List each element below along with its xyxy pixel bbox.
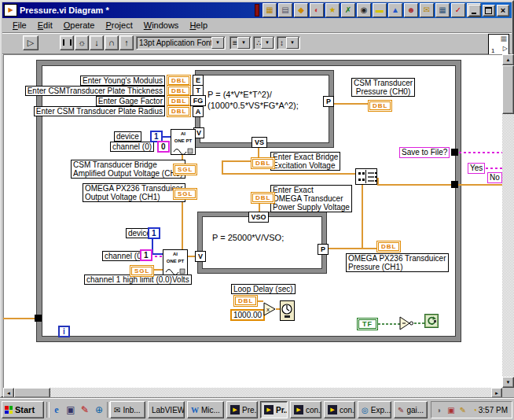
loop-condition-terminal[interactable] bbox=[424, 314, 439, 328]
label-omega-supply[interactable]: Enter ExactOMEGA TransducerPower Supply … bbox=[270, 185, 352, 212]
office-shortcut-icon[interactable]: ✗ bbox=[341, 3, 355, 17]
terminal-FG[interactable]: FG bbox=[190, 95, 206, 106]
terminal-VSO[interactable]: VSO bbox=[248, 212, 269, 223]
label-channel-0a[interactable]: channel (0) bbox=[110, 142, 154, 152]
label-yes[interactable]: Yes bbox=[468, 163, 485, 174]
label-omega-output[interactable]: OMEGA PX236 TransduicerOutput Voltage (C… bbox=[83, 183, 185, 202]
terminal-VS[interactable]: VS bbox=[251, 137, 267, 148]
label-enter-plate-radius[interactable]: Enter CSM Transducer Plate Radius bbox=[34, 106, 165, 116]
office-shortcut-icon[interactable]: ✓ bbox=[451, 3, 465, 17]
office-shortcut-icon[interactable]: ▦ bbox=[263, 3, 277, 17]
office-shortcut-icon[interactable]: ◉ bbox=[357, 3, 371, 17]
step-into-button[interactable]: ↓ bbox=[90, 35, 104, 50]
taskbar-clock[interactable]: 3:57 PM bbox=[479, 406, 508, 414]
label-device-1[interactable]: device bbox=[114, 131, 141, 142]
dbl-terminal-supply[interactable]: DBL bbox=[251, 192, 275, 204]
block-diagram-canvas[interactable]: P = (4*V*E*T^2)/ (1000*0.5*VS*FG*A^2); P… bbox=[3, 54, 502, 388]
menu-project[interactable]: Project bbox=[100, 20, 138, 31]
task-pressure-panel[interactable]: ▶Pre... bbox=[226, 401, 258, 418]
dbl-indicator-omega-pressure[interactable]: DBL bbox=[376, 241, 401, 252]
distribute-objects-dropdown[interactable]: ∴ ▼ bbox=[253, 36, 275, 50]
terminal-V2[interactable]: V bbox=[195, 251, 206, 262]
ai-one-pt-node-1[interactable]: AIONE PT bbox=[171, 129, 196, 155]
formula-node-1-text-line2[interactable]: (1000*0.5*VS*FG*A^2); bbox=[207, 100, 299, 111]
quicklaunch-channels-icon[interactable]: ✎ bbox=[79, 403, 91, 416]
wait-timer-node[interactable] bbox=[280, 300, 295, 321]
task-con-2[interactable]: ▶con... bbox=[324, 401, 355, 418]
step-out-button[interactable]: ↑ bbox=[119, 35, 134, 50]
task-gai[interactable]: ✎gai... bbox=[394, 401, 428, 418]
label-csm-pressure[interactable]: CSM TransducerPressure (CH0) bbox=[351, 78, 415, 97]
office-shortcut-icon[interactable]: ▲ bbox=[388, 3, 402, 17]
menu-windows[interactable]: Windows bbox=[138, 20, 185, 31]
step-over-button[interactable]: ∩ bbox=[105, 35, 119, 50]
task-inbox[interactable]: ✉Inb... bbox=[110, 401, 145, 418]
menu-operate[interactable]: Operate bbox=[58, 20, 101, 31]
terminal-T[interactable]: T bbox=[193, 85, 204, 96]
tf-boolean-terminal[interactable]: TF bbox=[357, 318, 378, 330]
tray-icon-3[interactable]: ✎ bbox=[457, 406, 468, 414]
label-save-to-file[interactable]: Save to File? bbox=[399, 147, 450, 158]
highlight-execution-button[interactable]: ☼ bbox=[75, 35, 89, 50]
chevron-down-icon[interactable]: ▼ bbox=[286, 37, 299, 49]
label-loop-delay[interactable]: Loop Delay (sec) bbox=[231, 284, 296, 294]
horizontal-scrollbar[interactable] bbox=[3, 388, 502, 398]
label-no[interactable]: No bbox=[487, 172, 502, 183]
vertical-scrollbar-thumb[interactable] bbox=[502, 65, 514, 114]
office-shortcut-icon[interactable]: ▬ bbox=[373, 3, 387, 17]
quicklaunch-desktop-icon[interactable]: ▣ bbox=[64, 403, 77, 416]
label-enter-youngs-modulus[interactable]: Enter Young's Modulus bbox=[80, 76, 165, 86]
align-objects-dropdown[interactable]: ≡ ▼ bbox=[229, 36, 251, 50]
labview-app-icon[interactable]: ▶ bbox=[4, 4, 17, 17]
tray-icon-1[interactable]: ◗ bbox=[434, 406, 445, 414]
maximize-button[interactable] bbox=[483, 5, 495, 17]
scroll-down-button[interactable]: ▼ bbox=[502, 377, 514, 388]
terminal-E[interactable]: E bbox=[193, 75, 204, 86]
office-bar-handle[interactable] bbox=[255, 4, 259, 17]
label-enter-gage-factor[interactable]: Enter Gage Factor bbox=[96, 96, 165, 106]
chevron-down-icon[interactable]: ▼ bbox=[237, 37, 250, 49]
run-button[interactable]: ▷ bbox=[23, 35, 39, 50]
task-explorer[interactable]: ◎Exp... bbox=[358, 401, 391, 418]
multiply-node[interactable]: x bbox=[263, 302, 277, 319]
reorder-dropdown[interactable]: ↕ ▼ bbox=[277, 36, 300, 50]
channel-1-constant[interactable]: 1 bbox=[140, 249, 152, 261]
start-button[interactable]: Start bbox=[2, 401, 44, 418]
not-gate-node[interactable] bbox=[399, 315, 414, 334]
terminal-A[interactable]: A bbox=[193, 106, 204, 117]
label-excitation-voltage[interactable]: Enter Exact BridgeExcitation Voltage bbox=[270, 152, 340, 171]
dbl-indicator-csm-pressure[interactable]: DBL bbox=[368, 100, 392, 112]
terminal-P1[interactable]: P bbox=[323, 96, 334, 107]
task-pressure-diagram[interactable]: ▶Pr... bbox=[260, 401, 288, 418]
quicklaunch-ie-icon[interactable]: e bbox=[50, 403, 63, 416]
label-omega-pressure[interactable]: OMEGA PX236 TransduicerPressure (CH1) bbox=[346, 253, 449, 272]
formula-node-1-text-line1[interactable]: P = (4*V*E*T^2)/ bbox=[207, 89, 272, 100]
scroll-right-button[interactable]: ► bbox=[491, 388, 502, 398]
vi-icon-pane[interactable]: ▦ ▷ 1 bbox=[488, 34, 509, 55]
office-shortcut-icon[interactable]: ★ bbox=[325, 3, 340, 17]
office-shortcut-icon[interactable]: ▤ bbox=[278, 3, 292, 17]
device-2-constant[interactable]: 1 bbox=[148, 227, 160, 239]
task-labview[interactable]: LabVIEW bbox=[148, 401, 185, 418]
close-button[interactable]: × bbox=[497, 5, 509, 17]
task-con-1[interactable]: ▶con... bbox=[290, 401, 321, 418]
sgl-terminal-1[interactable]: SGL bbox=[173, 164, 197, 175]
label-enter-plate-thickness[interactable]: Enter CSMTransducer Plate Thickness bbox=[25, 86, 165, 96]
quicklaunch-globe-icon[interactable]: ⊕ bbox=[93, 403, 105, 416]
sgl-terminal-2[interactable]: SGL bbox=[173, 188, 197, 200]
menu-help[interactable]: Help bbox=[184, 20, 213, 31]
horizontal-scrollbar-thumb[interactable] bbox=[14, 388, 50, 398]
label-csm-bridge-output[interactable]: CSM Transducer BridgeAmplified Output Vo… bbox=[71, 160, 185, 179]
task-word[interactable]: WMic... bbox=[187, 401, 224, 418]
loop-delay-constant[interactable]: 1000.00 bbox=[230, 309, 265, 321]
office-shortcut-icon[interactable]: ◆ bbox=[294, 3, 308, 17]
dbl-terminal-excitation[interactable]: DBL bbox=[251, 157, 275, 169]
pause-button[interactable] bbox=[60, 35, 74, 50]
channel-0-constant[interactable]: 0 bbox=[157, 141, 170, 153]
menu-edit[interactable]: Edit bbox=[32, 20, 58, 31]
sgl-terminal-3[interactable]: SGL bbox=[130, 265, 154, 277]
office-shortcut-icon[interactable]: ✉ bbox=[420, 3, 434, 17]
scroll-left-button[interactable]: ◄ bbox=[3, 388, 14, 398]
office-shortcut-icon[interactable]: ☻ bbox=[404, 3, 418, 17]
chevron-down-icon[interactable]: ▼ bbox=[211, 37, 224, 49]
